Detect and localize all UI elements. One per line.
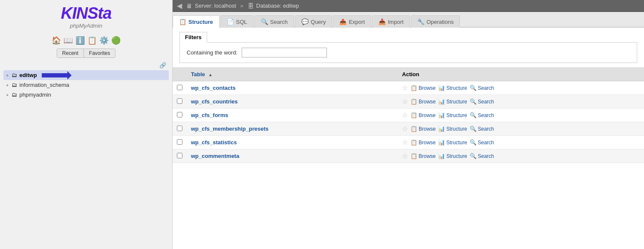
- expand-icon-phpmyadmin: +: [6, 92, 9, 97]
- filters-content: Containing the word:: [179, 42, 637, 63]
- content-area: Filters Containing the word: Table ▲ Act…: [173, 28, 644, 249]
- db-name-editwp: editwp: [19, 72, 37, 78]
- row-checkbox[interactable]: [177, 98, 182, 104]
- structure-icon: 📊: [438, 153, 445, 159]
- table-name-link[interactable]: wp_cfs_forms: [191, 112, 228, 118]
- star-icon[interactable]: ☆: [402, 84, 408, 92]
- filter-label: Containing the word:: [187, 49, 237, 56]
- search-icon: 🔍: [470, 126, 477, 132]
- back-button[interactable]: ◀: [177, 2, 182, 10]
- search-button[interactable]: 🔍 Search: [470, 85, 494, 91]
- structure-button[interactable]: 📊 Structure: [438, 153, 467, 159]
- tab-import-label: Import: [388, 19, 404, 25]
- db-item-phpmyadmin[interactable]: + 🗂 phpmyadmin: [3, 90, 169, 100]
- tab-bar: 📋 Structure 📄 SQL 🔍 Search 💬 Query 📤 Exp…: [173, 12, 644, 28]
- folder-icon-editwp: 🗂: [12, 72, 17, 78]
- home-icon[interactable]: 🏠: [52, 36, 61, 45]
- row-checkbox[interactable]: [177, 153, 182, 158]
- browse-icon: 📋: [410, 85, 417, 91]
- browse-label: Browse: [419, 99, 436, 105]
- table-row: wp_cfs_forms ☆ 📋 Browse 📊 Structure 🔍 Se…: [173, 109, 644, 122]
- col-header-table[interactable]: Table ▲: [187, 68, 398, 81]
- table-row: wp_cfs_membership_presets ☆ 📋 Browse 📊 S…: [173, 122, 644, 136]
- tab-sql[interactable]: 📄 SQL: [220, 15, 254, 28]
- search-label: Search: [478, 112, 494, 118]
- search-button[interactable]: 🔍 Search: [470, 126, 494, 132]
- tab-operations[interactable]: 🔧 Operations: [411, 15, 460, 28]
- info-icon[interactable]: ℹ️: [75, 36, 85, 45]
- row-checkbox[interactable]: [177, 126, 182, 131]
- favorites-button[interactable]: Favorites: [84, 49, 115, 57]
- export-tab-icon: 📤: [339, 18, 347, 25]
- table-action-cell: ☆ 📋 Browse 📊 Structure 🔍 Search: [398, 95, 644, 109]
- row-checkbox[interactable]: [177, 112, 182, 117]
- browse-button[interactable]: 📋 Browse: [410, 112, 436, 118]
- table-name-link[interactable]: wp_cfs_statistics: [191, 139, 237, 146]
- search-icon: 🔍: [470, 85, 477, 91]
- structure-icon: 📊: [438, 126, 445, 132]
- book-icon[interactable]: 📖: [64, 36, 73, 45]
- filters-tab[interactable]: Filters: [179, 32, 207, 43]
- logo-area: KINSta phpMyAdmin: [61, 4, 112, 29]
- structure-button[interactable]: 📊 Structure: [438, 139, 467, 146]
- tab-import[interactable]: 📥 Import: [372, 15, 410, 28]
- table-name-cell: wp_cfs_countries: [187, 95, 398, 109]
- search-button[interactable]: 🔍 Search: [470, 153, 494, 159]
- star-icon[interactable]: ☆: [402, 111, 408, 119]
- row-checkbox-cell: [173, 136, 187, 149]
- structure-label: Structure: [446, 126, 467, 132]
- search-button[interactable]: 🔍 Search: [470, 112, 494, 118]
- star-icon[interactable]: ☆: [402, 152, 408, 160]
- tab-structure[interactable]: 📋 Structure: [173, 15, 219, 28]
- kinsta-logo: KINSta: [61, 4, 112, 23]
- active-arrow: [42, 73, 67, 77]
- search-icon: 🔍: [470, 98, 477, 105]
- browse-button[interactable]: 📋 Browse: [410, 85, 436, 91]
- db-item-information-schema[interactable]: + 🗂 information_schema: [3, 80, 169, 90]
- structure-button[interactable]: 📊 Structure: [438, 98, 467, 105]
- structure-label: Structure: [446, 140, 467, 146]
- browse-button[interactable]: 📋 Browse: [410, 126, 436, 132]
- expand-icon-info-schema: +: [6, 83, 9, 88]
- recent-button[interactable]: Recent: [57, 49, 84, 57]
- row-checkbox[interactable]: [177, 139, 182, 145]
- table-action-cell: ☆ 📋 Browse 📊 Structure 🔍 Search: [398, 149, 644, 163]
- tab-sql-label: SQL: [236, 19, 247, 25]
- exit-icon[interactable]: 🟢: [111, 36, 121, 45]
- table-name-cell: wp_cfs_contacts: [187, 81, 398, 95]
- db-item-editwp[interactable]: + 🗂 editwp: [3, 70, 169, 80]
- row-checkbox-cell: [173, 149, 187, 163]
- tab-query[interactable]: 💬 Query: [295, 15, 332, 28]
- search-button[interactable]: 🔍 Search: [470, 139, 494, 146]
- structure-button[interactable]: 📊 Structure: [438, 112, 467, 118]
- star-icon[interactable]: ☆: [402, 125, 408, 133]
- browse-label: Browse: [419, 126, 436, 132]
- tab-structure-label: Structure: [188, 19, 213, 25]
- filter-input[interactable]: [242, 48, 327, 57]
- table-name-link[interactable]: wp_cfs_membership_presets: [191, 126, 269, 132]
- table-name-cell: wp_cfs_membership_presets: [187, 122, 398, 136]
- database-tree: + 🗂 editwp + 🗂 information_schema + 🗂 ph…: [0, 70, 172, 100]
- tab-operations-label: Operations: [427, 19, 454, 25]
- copy-icon[interactable]: 📋: [87, 36, 97, 45]
- structure-icon: 📊: [438, 98, 445, 105]
- database-icon: 🗄: [248, 3, 254, 9]
- tab-search[interactable]: 🔍 Search: [254, 15, 294, 28]
- table-name-link[interactable]: wp_commentmeta: [191, 153, 239, 159]
- table-name-link[interactable]: wp_cfs_contacts: [191, 85, 236, 91]
- tab-export[interactable]: 📤 Export: [333, 15, 371, 28]
- browse-button[interactable]: 📋 Browse: [410, 98, 436, 105]
- search-icon: 🔍: [470, 112, 477, 118]
- browse-button[interactable]: 📋 Browse: [410, 139, 436, 146]
- browse-button[interactable]: 📋 Browse: [410, 153, 436, 159]
- structure-button[interactable]: 📊 Structure: [438, 126, 467, 132]
- search-button[interactable]: 🔍 Search: [470, 98, 494, 105]
- settings-icon[interactable]: ⚙️: [99, 36, 109, 45]
- star-icon[interactable]: ☆: [402, 138, 408, 146]
- sql-tab-icon: 📄: [227, 18, 234, 25]
- table-name-link[interactable]: wp_cfs_countries: [191, 98, 238, 105]
- row-checkbox[interactable]: [177, 85, 182, 90]
- star-icon[interactable]: ☆: [402, 97, 408, 106]
- search-tab-icon: 🔍: [261, 18, 268, 25]
- structure-button[interactable]: 📊 Structure: [438, 85, 467, 91]
